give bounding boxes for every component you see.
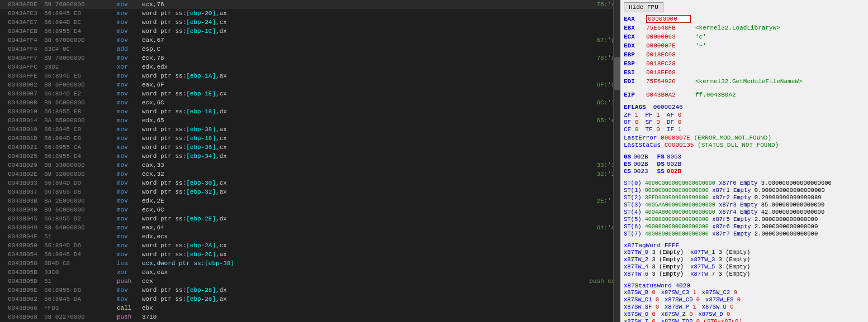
eflags-row: EFLAGS 00000246	[624, 104, 865, 110]
row-bytes: 66:894D E2	[44, 90, 117, 97]
row-mnemonic: mov	[117, 99, 142, 106]
asm-row[interactable]: 0043B014BA 65000000movedx,6565:'e'	[0, 116, 620, 125]
row-operands: esp,C	[142, 46, 619, 52]
asm-row[interactable]: 0043B05E66:8955 D8movword ptr ss:[ebp-28…	[0, 286, 620, 295]
asm-row[interactable]: 0043B03366:894D D0movword ptr ss:[ebp-30…	[0, 179, 620, 188]
asm-row[interactable]: 0043AFE766:894D DCmovword ptr ss:[ebp-24…	[0, 18, 620, 27]
row-mnemonic: mov	[117, 153, 142, 160]
reg-name-ecx: ECX	[624, 33, 646, 40]
row-operands: edx,2E	[142, 198, 585, 204]
asm-row[interactable]: 0043B002B8 6F000000moveax,6F6F:'o'	[0, 80, 620, 89]
asm-row[interactable]: 0043B02166:8955 CAmovword ptr ss:[ebp-36…	[0, 143, 620, 152]
row-operands: ecx,6C	[142, 99, 585, 106]
x87tw-item-x87tw_2: x87TW_2 3 (Empty)	[624, 256, 684, 263]
reg-val-edi[interactable]: 75E64920	[646, 78, 691, 85]
asm-row[interactable]: 0043B03766:8955 D8movword ptr ss:[ebp-32…	[0, 188, 620, 196]
reg-row-esi: ESI0018EF68	[624, 68, 865, 76]
x87sw-row-1: x87SW_C1 0x87SW_C0 0x87SW_ES 0	[624, 296, 865, 303]
asm-row[interactable]: 0043AFEB66:8955 E4movword ptr ss:[ebp-1C…	[0, 27, 620, 36]
asm-row[interactable]: 0043B03BBA 2E000000movedx,2E2E:'.'	[0, 196, 620, 205]
reg-val-esi[interactable]: 0018EF68	[646, 69, 691, 76]
row-operands: ecx,dword ptr ss:[ebp-38]	[142, 260, 619, 267]
reg-name-esp: ESP	[624, 60, 646, 67]
asm-row[interactable]: 0043B01966:8945 C8movword ptr ss:[ebp-38…	[0, 125, 620, 134]
row-bytes: 66:8955 CA	[44, 144, 117, 151]
disasm-content[interactable]: 0043AFDEB9 76000000movecx,7676:'v'0043AF…	[0, 0, 620, 322]
asm-row[interactable]: 0043AFF483C4 0Caddesp,C	[0, 45, 620, 54]
row-address: 0043AFE3	[8, 10, 44, 17]
asm-row[interactable]: 0043AFFC33D2xoredx,edx	[0, 63, 620, 71]
row-operands: edx,ecx	[142, 233, 619, 240]
fpu-st-row-5: ST(5) 4000800000000000000 x87r5 Empty 2.…	[624, 216, 865, 223]
asm-row[interactable]: 0043B00766:894D E2movword ptr ss:[ebp-1E…	[0, 89, 620, 98]
asm-row[interactable]: 0043B05066:894D D6movword ptr ss:[ebp-2A…	[0, 241, 620, 250]
row-address: 0043B033	[8, 180, 44, 186]
asm-row[interactable]: 0043B05D51pushecxpush can	[0, 277, 620, 286]
reg-val-ebp[interactable]: 0018EC98	[646, 51, 691, 58]
asm-row[interactable]: 0043B04566:8955 D2movword ptr ss:[ebp-2E…	[0, 214, 620, 223]
asm-row[interactable]: 0043B06868 02270000push3710	[0, 313, 620, 321]
asm-row[interactable]: 0043B05B33C0xoreax,eax	[0, 268, 620, 277]
row-address: 0043B01D	[8, 135, 44, 142]
fpu-st-row-3: ST(3) 4005AA000000000000000 x87r3 Empty …	[624, 201, 865, 208]
row-bytes: B9 6C000000	[44, 99, 117, 106]
asm-row[interactable]: 0043B029B8 33000000moveax,3333:'3'	[0, 161, 620, 170]
x87sw-item-x87sw_i: x87SW_I 0	[624, 318, 656, 322]
asm-row[interactable]: 0043B05466:8945 D4movword ptr ss:[ebp-2C…	[0, 250, 620, 259]
row-address: 0043AFE7	[8, 19, 44, 26]
row-bytes: 68 02270000	[44, 314, 117, 320]
asm-row[interactable]: 0043B06266:8945 DAmovword ptr ss:[ebp-26…	[0, 295, 620, 304]
row-mnemonic: mov	[117, 28, 142, 35]
row-bytes: 66:8945 DA	[44, 296, 117, 302]
x87sw-item-x87sw_d: x87SW_D 0	[698, 311, 730, 318]
hide-fpu-button[interactable]: Hide FPU	[624, 2, 663, 12]
asm-row[interactable]: 0043B01D66:894D E8movword ptr ss:[ebp-18…	[0, 134, 620, 143]
reg-val-ecx[interactable]: 00000063	[646, 33, 691, 40]
reg-val-edx[interactable]: 0000007E	[646, 42, 691, 49]
asm-row[interactable]: 0043B049B8 64000000moveax,6464:'d'	[0, 223, 620, 232]
reg-val-eax[interactable]: 00000000	[646, 15, 691, 23]
asm-row[interactable]: 0043AFE366:8945 E0movword ptr ss:[ebp-20…	[0, 9, 620, 18]
row-mnemonic: push	[117, 278, 142, 285]
scrollbar-thumb[interactable]	[614, 57, 620, 90]
row-mnemonic: mov	[117, 144, 142, 151]
reg-val-ebx[interactable]: 75E648FB	[646, 25, 691, 31]
x87tw-row-2: x87TW_4 3 (Empty)x87TW_5 3 (Empty)	[624, 263, 865, 270]
asm-row[interactable]: 0043B02EB9 32000000movecx,3232:'2'	[0, 170, 620, 179]
asm-row[interactable]: 0043B00BB9 6C000000movecx,6C6C:'l'	[0, 98, 620, 107]
row-mnemonic: mov	[117, 135, 142, 142]
asm-row[interactable]: 0043B040B9 6C000000movecx,6C	[0, 205, 620, 214]
row-mnemonic: mov	[117, 73, 142, 79]
asm-row[interactable]: 0043B0588D4D C8leaecx,dword ptr ss:[ebp-…	[0, 259, 620, 268]
row-mnemonic: mov	[117, 215, 142, 222]
asm-row[interactable]: 0043B02566:8955 E4movword ptr ss:[ebp-34…	[0, 152, 620, 161]
x87-statusword-row: x87StatusWord 4020	[624, 282, 865, 289]
row-mnemonic: mov	[117, 81, 142, 88]
asm-row[interactable]: 0043AFF4B8 67000000moveax,6767:'g'	[0, 36, 620, 45]
disasm-scrollbar[interactable]	[613, 0, 620, 322]
asm-row[interactable]: 0043AFDEB9 76000000movecx,7676:'v'	[0, 0, 620, 9]
x87tw-item-x87tw_0: x87TW_0 3 (Empty)	[624, 249, 684, 256]
x87sw-item-x87sw_c0: x87SW_C0 0	[665, 296, 700, 303]
asm-row[interactable]: 0043AFFE66:8945 E6movword ptr ss:[ebp-1A…	[0, 71, 620, 80]
flag-item-pf: PF 1	[645, 112, 660, 118]
reg-val-esp[interactable]: 0018EC28	[646, 60, 691, 67]
asm-row[interactable]: 0043B066FFD3callebx	[0, 304, 620, 313]
asm-row[interactable]: 0043B04E51movedx,ecx	[0, 232, 620, 241]
row-mnemonic: call	[117, 305, 142, 311]
row-mnemonic: add	[117, 46, 142, 52]
row-address: 0043AFF7	[8, 55, 44, 61]
row-operands: eax,6F	[142, 81, 585, 88]
fpu-st-row-7: ST(7) 4000800000000000000 x87r7 Empty 2.…	[624, 230, 865, 237]
row-bytes: 33D2	[44, 64, 117, 70]
row-address: 0043B037	[8, 189, 44, 195]
row-mnemonic: mov	[117, 108, 142, 115]
asm-row[interactable]: 0043B01066:8955 E8movword ptr ss:[ebp-18…	[0, 107, 620, 116]
row-address: 0043AFFE	[8, 73, 44, 79]
x87sw-row-2: x87SW_SF 0x87SW_P 1x87SW_U 0	[624, 304, 865, 310]
reg-val-eip[interactable]: 0043B0A2	[646, 92, 691, 98]
row-operands: edx,edx	[142, 64, 619, 70]
asm-row[interactable]: 0043AFF7B9 78000000movecx,7878:'x'	[0, 54, 620, 63]
x87-tagword-row: x87TagWord FFFF	[624, 242, 865, 249]
x87sw-row-4: x87SW_I 0x87SW_TOP 0 (ST0=x87r0)	[624, 318, 865, 322]
